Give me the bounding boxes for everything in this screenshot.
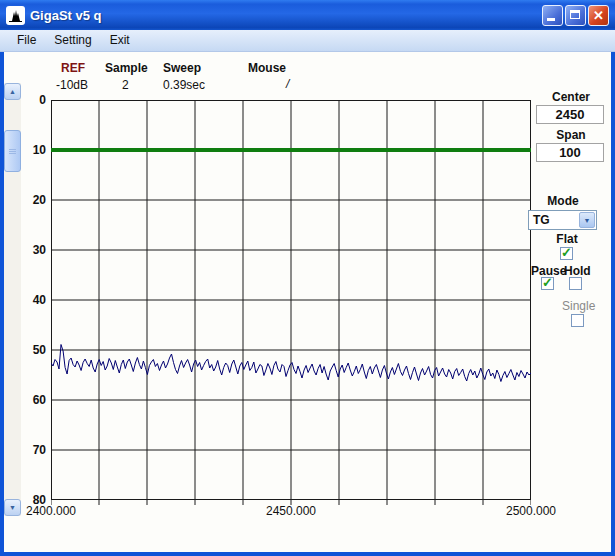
menu-item-exit[interactable]: Exit: [101, 30, 139, 51]
sweep-value: 0.39sec: [163, 78, 205, 92]
y-tick-label: 30: [20, 243, 46, 257]
center-label: Center: [532, 90, 610, 104]
sample-label: Sample: [105, 61, 148, 75]
check-icon: ✓: [542, 275, 553, 291]
y-tick-label: 60: [20, 393, 46, 407]
ref-value: -10dB: [56, 78, 88, 92]
check-icon: ✓: [561, 245, 572, 261]
scroll-thumb-grip-icon: [9, 149, 16, 150]
scroll-up-button[interactable]: ▲: [4, 83, 21, 100]
hold-checkbox[interactable]: [569, 277, 582, 290]
mouse-value: /: [286, 77, 289, 91]
mode-selected-value: TG: [533, 213, 550, 227]
y-tick-label: 20: [20, 193, 46, 207]
sweep-label: Sweep: [163, 61, 201, 75]
flat-label: Flat: [528, 232, 606, 246]
x-tick-label: 2450.000: [266, 504, 316, 518]
flat-checkbox[interactable]: ✓: [560, 247, 573, 260]
hold-label: Hold: [564, 264, 591, 278]
mode-label: Mode: [528, 194, 598, 208]
sample-value: 2: [122, 78, 129, 92]
center-input[interactable]: [536, 105, 604, 124]
x-tick-label: 2500.000: [506, 504, 556, 518]
x-tick-label: 2400.000: [26, 504, 76, 518]
minimize-icon: [547, 18, 555, 21]
mouse-label: Mouse: [248, 61, 286, 75]
scroll-thumb[interactable]: [4, 130, 21, 172]
y-tick-label: 10: [20, 143, 46, 157]
span-label: Span: [532, 128, 610, 142]
close-icon: ✕: [589, 6, 608, 25]
span-input[interactable]: [536, 143, 604, 162]
minimize-button[interactable]: [542, 5, 563, 26]
y-tick-label: 70: [20, 443, 46, 457]
menu-item-file[interactable]: File: [8, 30, 45, 51]
titlebar: GigaSt v5 q ✕: [0, 0, 615, 30]
chevron-down-icon: ▼: [579, 212, 595, 228]
mode-select[interactable]: TG ▼: [528, 210, 597, 230]
menu-item-setting[interactable]: Setting: [45, 30, 100, 51]
app-window: GigaSt v5 q ✕ FileSettingExit REF Sample…: [0, 0, 615, 556]
window-title: GigaSt v5 q: [30, 8, 540, 23]
ref-label: REF: [61, 61, 85, 75]
maximize-icon: [570, 10, 580, 19]
scroll-down-button[interactable]: ▼: [4, 499, 21, 516]
window-controls: ✕: [540, 5, 609, 26]
close-button[interactable]: ✕: [588, 5, 609, 26]
menubar: FileSettingExit: [0, 30, 615, 52]
y-tick-label: 40: [20, 293, 46, 307]
spectrum-peak-app-icon: [6, 6, 25, 25]
pause-checkbox[interactable]: ✓: [541, 277, 554, 290]
single-label: Single: [562, 299, 595, 313]
spectrum-plot[interactable]: [51, 100, 531, 506]
y-tick-label: 50: [20, 343, 46, 357]
single-checkbox[interactable]: [571, 314, 584, 327]
maximize-button[interactable]: [565, 5, 586, 26]
ref-level-scrollbar[interactable]: ▲ ▼: [4, 83, 21, 516]
y-tick-label: 0: [20, 93, 46, 107]
